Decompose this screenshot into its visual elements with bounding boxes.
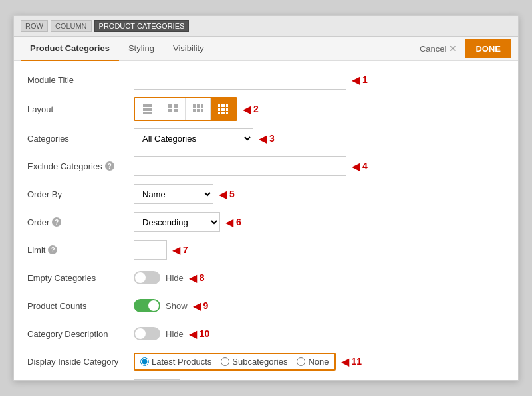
svg-rect-19 (223, 108, 225, 111)
category-description-row: Category Description Hide ◀ 10 (27, 323, 505, 344)
arrow-1: ◀ 1 (352, 74, 368, 86)
arrow-5: ◀ 5 (219, 188, 235, 201)
categories-label: Categories (27, 134, 134, 144)
layout-4col-button[interactable] (211, 98, 236, 120)
arrow-9: ◀ 9 (193, 300, 209, 312)
layout-1col-button[interactable] (135, 98, 160, 120)
exclude-categories-input[interactable] (134, 156, 346, 176)
radio-latest-products[interactable]: Latest Products (140, 357, 211, 367)
breadcrumb-column[interactable]: COLUMN (51, 20, 92, 32)
close-icon: ✕ (449, 43, 457, 54)
product-counts-control: Show ◀ 9 (134, 299, 505, 312)
product-counts-toggle[interactable] (134, 299, 160, 312)
tabs-bar: Product Categories Styling Visibility Ca… (14, 37, 518, 61)
svg-rect-22 (221, 112, 223, 114)
layout-row: Layout (27, 97, 505, 121)
module-title-label: Module Title (27, 75, 134, 85)
category-description-label: Category Description (27, 329, 134, 339)
order-help-icon[interactable]: ? (52, 217, 61, 227)
layout-3col-button[interactable] (186, 98, 211, 120)
exclude-categories-label: Exclude Categories ? (27, 161, 134, 171)
arrow-11: ◀ 11 (341, 355, 362, 368)
categories-control: All Categories Category 1 Category 2 ◀ 3 (134, 128, 505, 148)
product-counts-state: Show (166, 301, 188, 311)
svg-rect-0 (143, 104, 152, 107)
display-inside-label: Display Inside Category (27, 357, 134, 367)
main-panel: ROW COLUMN PRODUCT-CATEGORIES Product Ca… (13, 15, 519, 381)
category-description-state: Hide (166, 329, 184, 339)
radio-subcategories[interactable]: Subcategories (221, 357, 287, 367)
order-row: Order ? Descending Ascending ◀ 6 (27, 211, 505, 233)
order-by-row: Order By Name ID Count ◀ 5 (27, 183, 505, 205)
empty-categories-row: Empty Categories Hide ◀ 8 (27, 267, 505, 288)
arrow-8: ◀ 8 (189, 272, 205, 284)
svg-rect-9 (201, 104, 203, 108)
breadcrumb-product-categories[interactable]: PRODUCT-CATEGORIES (94, 20, 190, 32)
empty-categories-state: Hide (166, 273, 184, 283)
arrow-3: ◀ 3 (259, 132, 275, 145)
limit-help-icon[interactable]: ? (48, 245, 57, 254)
order-select[interactable]: Descending Ascending (134, 212, 220, 232)
display-inside-radio-group: Latest Products Subcategories None (134, 353, 336, 371)
display-inside-control: Latest Products Subcategories None ◀ 11 (134, 353, 505, 371)
category-description-control: Hide ◀ 10 (134, 327, 505, 340)
svg-rect-7 (193, 104, 196, 108)
arrow-4: ◀ 4 (352, 160, 368, 173)
radio-none[interactable]: None (297, 357, 329, 367)
module-title-row: Module Title ◀ 1 (27, 69, 505, 90)
layout-buttons (134, 97, 237, 121)
arrow-6: ◀ 6 (225, 216, 241, 229)
arrow-2: ◀ 2 (243, 103, 259, 116)
product-counts-label: Product Counts (27, 301, 134, 311)
order-by-label: Order By (27, 189, 134, 199)
empty-categories-label: Empty Categories (27, 273, 134, 283)
exclude-help-icon[interactable]: ? (105, 161, 114, 171)
svg-rect-8 (197, 104, 200, 108)
svg-rect-13 (218, 104, 220, 107)
module-title-input[interactable] (134, 70, 346, 90)
breadcrumb-row[interactable]: ROW (21, 20, 48, 32)
empty-categories-control: Hide ◀ 8 (134, 271, 505, 284)
done-button[interactable]: DONE (465, 39, 511, 58)
order-control: Descending Ascending ◀ 6 (134, 212, 505, 232)
limit-label: Limit ? (27, 245, 134, 255)
layout-control: ◀ 2 (134, 97, 505, 121)
svg-rect-4 (174, 104, 178, 108)
cancel-button[interactable]: Cancel ✕ (414, 41, 462, 56)
arrow-7: ◀ 7 (172, 244, 188, 256)
limit-control: ◀ 7 (134, 240, 505, 260)
svg-rect-3 (168, 104, 172, 108)
tab-styling[interactable]: Styling (119, 37, 164, 61)
svg-rect-2 (143, 112, 152, 114)
svg-rect-18 (221, 108, 223, 111)
categories-row: Categories All Categories Category 1 Cat… (27, 128, 505, 149)
latest-products-row: Latest Products 1 2 3 4 5 ◀ 12 (27, 379, 505, 380)
form-content: Module Title ◀ 1 Layout (14, 61, 518, 380)
order-label: Order ? (27, 217, 134, 227)
tab-visibility[interactable]: Visibility (164, 37, 213, 61)
svg-rect-10 (193, 109, 196, 112)
product-counts-row: Product Counts Show ◀ 9 (27, 295, 505, 316)
limit-input[interactable] (134, 240, 167, 260)
svg-rect-23 (223, 112, 225, 114)
svg-rect-15 (223, 104, 225, 107)
order-by-control: Name ID Count ◀ 5 (134, 184, 505, 204)
exclude-categories-control: ◀ 4 (134, 156, 505, 176)
svg-rect-11 (197, 109, 200, 112)
exclude-categories-row: Exclude Categories ? ◀ 4 (27, 155, 505, 177)
category-description-toggle[interactable] (134, 327, 160, 340)
layout-2col-button[interactable] (160, 98, 186, 120)
svg-rect-6 (174, 109, 178, 112)
latest-products-control: 1 2 3 4 5 ◀ 12 (134, 379, 505, 380)
categories-select[interactable]: All Categories Category 1 Category 2 (134, 128, 253, 148)
order-by-select[interactable]: Name ID Count (134, 184, 213, 204)
breadcrumb: ROW COLUMN PRODUCT-CATEGORIES (14, 16, 518, 37)
svg-rect-12 (201, 109, 203, 112)
svg-rect-16 (226, 104, 228, 107)
empty-categories-toggle[interactable] (134, 271, 160, 284)
tab-product-categories[interactable]: Product Categories (21, 37, 119, 61)
svg-rect-20 (226, 108, 228, 111)
layout-label: Layout (27, 104, 134, 114)
svg-rect-5 (168, 109, 172, 112)
latest-products-select[interactable]: 1 2 3 4 5 (134, 379, 180, 380)
